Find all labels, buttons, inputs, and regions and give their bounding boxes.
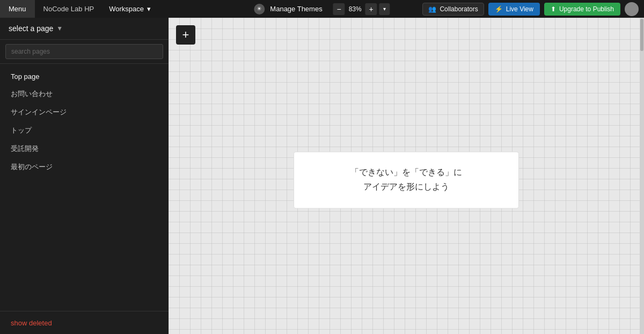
sun-icon: ☀ [254,4,265,14]
zoom-in-button[interactable]: + [365,3,377,15]
lightning-icon: ⚡ [495,5,503,13]
add-block-button[interactable]: + [176,25,195,45]
page-item-signin[interactable]: サインインページ [0,103,169,121]
app-name[interactable]: NoCode Lab HP [35,0,103,18]
menu-button[interactable]: Menu [0,0,35,18]
publish-label: Upgrade to Publish [559,5,614,13]
zoom-dropdown-button[interactable]: ▾ [379,3,390,15]
zoom-value: 83% [347,5,363,13]
manage-themes-label[interactable]: Manage Themes [270,5,322,13]
page-list: Top page お問い合わせ サインインページ トップ 受託開発 最初のページ [0,64,169,311]
sidebar-footer: show deleted [0,311,169,334]
live-view-button[interactable]: ⚡ Live View [488,3,540,16]
content-line2: アイデアを形にしよう [326,181,486,193]
page-item-top2[interactable]: トップ [0,121,169,140]
page-item-contact[interactable]: お問い合わせ [0,85,169,103]
zoom-controls: − 83% + ▾ [333,3,390,15]
select-page-header[interactable]: select a page ▼ [0,18,169,40]
live-view-label: Live View [506,5,533,13]
right-scrollbar[interactable] [640,18,644,334]
avatar[interactable] [625,2,639,16]
canvas-area[interactable]: + 「できない」を「できる」に アイデアを形にしよう [169,18,644,334]
main-layout: select a page ▼ Top page お問い合わせ サインインページ… [0,18,644,334]
topbar-right: 👥 Collaborators ⚡ Live View ⬆ Upgrade to… [422,2,644,16]
page-item-top[interactable]: Top page [0,68,169,85]
zoom-out-button[interactable]: − [333,3,345,15]
select-page-chevron-icon: ▼ [56,25,63,32]
collaborators-label: Collaborators [440,5,478,13]
content-line1: 「できない」を「できる」に [326,167,486,178]
publish-button[interactable]: ⬆ Upgrade to Publish [544,3,620,16]
search-input[interactable] [5,44,163,59]
workspace-dropdown[interactable]: Workspace ▾ [103,0,157,18]
sidebar: select a page ▼ Top page お問い合わせ サインインページ… [0,18,169,334]
collaborators-button[interactable]: 👥 Collaborators [422,3,484,16]
workspace-label: Workspace [109,5,144,13]
search-wrapper [0,40,169,64]
select-page-label: select a page [9,24,53,33]
scrollbar-thumb [640,19,643,51]
show-deleted-link[interactable]: show deleted [11,319,52,327]
topbar: Menu NoCode Lab HP Workspace ▾ ☀ Manage … [0,0,644,18]
topbar-center: ☀ Manage Themes − 83% + ▾ [254,3,390,15]
collaborators-icon: 👥 [428,5,436,13]
workspace-chevron-icon: ▾ [147,5,151,13]
upload-icon: ⬆ [551,5,556,13]
page-item-contract[interactable]: 受託開発 [0,140,169,158]
content-block[interactable]: 「できない」を「できる」に アイデアを形にしよう [294,151,519,208]
page-item-first[interactable]: 最初のページ [0,158,169,176]
